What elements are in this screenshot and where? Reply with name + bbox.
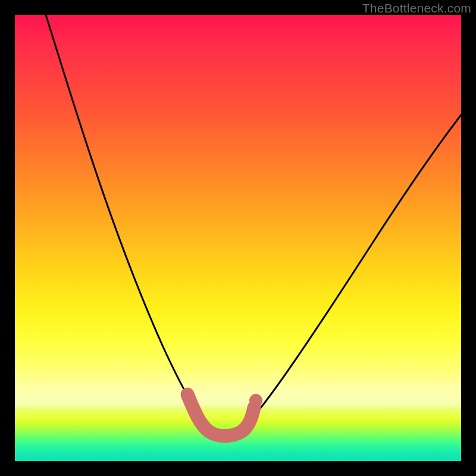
chart-frame: TheBottleneck.com [0,0,476,476]
plot-area [15,15,461,461]
bottom-marker [187,394,254,436]
bottleneck-curve [46,15,461,435]
bottom-marker-dot [249,394,262,407]
curve-layer [15,15,461,461]
watermark-text: TheBottleneck.com [362,1,471,15]
